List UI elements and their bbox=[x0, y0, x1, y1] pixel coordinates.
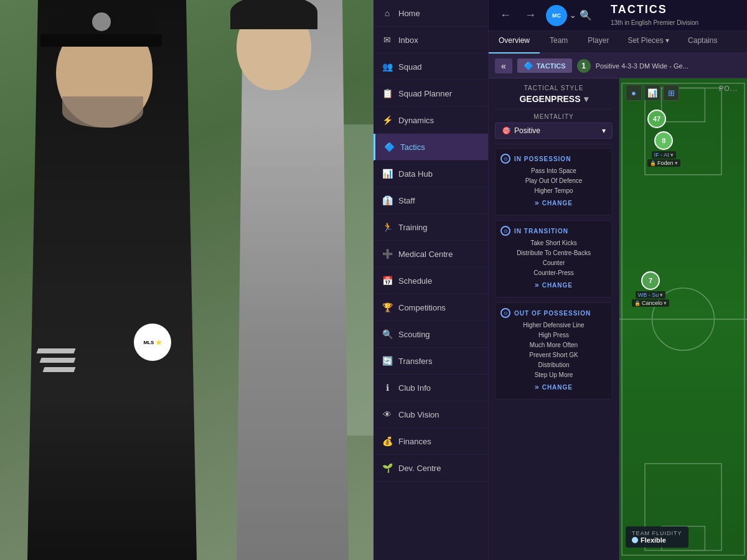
in-possession-title: IN POSSESSION bbox=[514, 156, 571, 162]
in-transition-item-3: Counter bbox=[500, 258, 607, 268]
player-token-8[interactable]: 8 IF - At ▾ 🔒 Foden ▾ bbox=[647, 131, 680, 167]
sidebar-item-schedule[interactable]: 📅 Schedule bbox=[374, 268, 488, 294]
tab-player[interactable]: Player bbox=[578, 31, 619, 54]
in-possession-item-3: Higher Tempo bbox=[500, 186, 607, 196]
oop-item-5: Distribution bbox=[500, 360, 607, 370]
player-role-7: WB - Su ▾ bbox=[636, 291, 666, 299]
divider1 bbox=[495, 109, 613, 110]
sidebar-item-club-vision[interactable]: 👁 Club Vision bbox=[374, 401, 488, 428]
tab-captains[interactable]: Captains bbox=[678, 31, 727, 54]
transfers-icon: 🔄 bbox=[381, 355, 393, 367]
fluidity-value: Flexible bbox=[632, 536, 682, 544]
in-transition-item-4: Counter-Press bbox=[500, 268, 607, 278]
fluidity-title: TEAM FLUIDITY bbox=[632, 530, 682, 536]
sidebar-item-home[interactable]: ⌂ Home bbox=[374, 0, 488, 27]
player-token-47[interactable]: 47 bbox=[647, 110, 666, 128]
tab-set-pieces[interactable]: Set Pieces ▾ bbox=[619, 31, 678, 52]
player-token-7[interactable]: 7 WB - Su ▾ 🔒 Cancelo ▾ bbox=[632, 271, 669, 307]
in-transition-block: ⊙ IN TRANSITION Take Short Kicks Distrib… bbox=[495, 220, 613, 297]
in-transition-icon: ⊙ bbox=[500, 226, 510, 236]
finances-icon: 💰 bbox=[381, 435, 393, 447]
view-btn-3[interactable]: ⊞ bbox=[663, 85, 679, 101]
sidebar: ⌂ Home ✉ Inbox 👥 Squad 📋 Squad Planner ⚡… bbox=[374, 0, 489, 560]
game-panel: ⌂ Home ✉ Inbox 👥 Squad 📋 Squad Planner ⚡… bbox=[374, 0, 747, 560]
dev-icon: 🌱 bbox=[381, 462, 393, 474]
field-panel: PO... ● 📊 ⊞ 8 IF - At ▾ bbox=[619, 78, 747, 560]
sidebar-item-inbox[interactable]: ✉ Inbox bbox=[374, 27, 488, 54]
club-badge[interactable]: MC bbox=[546, 5, 567, 26]
sidebar-item-data-hub[interactable]: 📊 Data Hub bbox=[374, 161, 488, 187]
out-of-possession-icon: ⊙ bbox=[500, 308, 510, 318]
tactical-style-header: TACTICAL STYLE bbox=[495, 85, 613, 91]
training-icon: 🏃 bbox=[381, 221, 393, 233]
competitions-icon: 🏆 bbox=[381, 301, 393, 314]
in-possession-item-1: Pass Into Space bbox=[500, 166, 607, 176]
sidebar-item-squad-planner[interactable]: 📋 Squad Planner bbox=[374, 80, 488, 107]
team-fluidity: TEAM FLUIDITY Flexible bbox=[626, 526, 688, 548]
back-button[interactable]: ← bbox=[496, 7, 515, 23]
dynamics-icon: ⚡ bbox=[381, 114, 393, 126]
photo-panel: MLS ⭐ bbox=[0, 0, 374, 560]
player-name-8: 🔒 Foden ▾ bbox=[647, 159, 680, 167]
field-background: PO... ● 📊 ⊞ 8 IF - At ▾ bbox=[619, 78, 747, 560]
search-icon[interactable]: 🔍 bbox=[580, 9, 592, 21]
squad-planner-icon: 📋 bbox=[381, 87, 393, 100]
tactics-nav-back[interactable]: « bbox=[495, 58, 512, 73]
sidebar-item-squad[interactable]: 👥 Squad bbox=[374, 54, 488, 80]
mls-logo: MLS ⭐ bbox=[134, 324, 171, 361]
oop-item-6: Step Up More bbox=[500, 370, 607, 380]
in-transition-title: IN TRANSITION bbox=[514, 228, 568, 235]
player-circle-47: 47 bbox=[647, 110, 666, 128]
divider2 bbox=[495, 144, 613, 144]
tactical-style-value[interactable]: GEGENPRESS ▾ bbox=[495, 94, 613, 104]
sidebar-item-club-info[interactable]: ℹ Club Info bbox=[374, 375, 488, 401]
topbar: ← → MC 🔍 TACTICS 13th in English Premier… bbox=[489, 0, 747, 31]
oop-item-4: Prevent Short GK bbox=[500, 350, 607, 360]
tab-team[interactable]: Team bbox=[540, 31, 578, 54]
mentality-header: MENTALITY bbox=[495, 113, 613, 120]
forward-button[interactable]: → bbox=[521, 7, 540, 23]
out-of-possession-title: OUT OF POSSESSION bbox=[514, 310, 591, 317]
sidebar-item-dynamics[interactable]: ⚡ Dynamics bbox=[374, 107, 488, 134]
oop-item-3: Much More Often bbox=[500, 340, 607, 350]
player-circle-7: 7 bbox=[641, 271, 660, 290]
schedule-icon: 📅 bbox=[381, 274, 393, 287]
out-of-possession-block: ⊙ OUT OF POSSESSION Higher Defensive Lin… bbox=[495, 302, 613, 399]
player-role-8: IF - At ▾ bbox=[652, 151, 676, 159]
tactics-left-panel: TACTICAL STYLE GEGENPRESS ▾ MENTALITY 🎯 … bbox=[489, 78, 619, 560]
sidebar-item-transfers[interactable]: 🔄 Transfers bbox=[374, 348, 488, 375]
in-possession-change[interactable]: » CHANGE bbox=[500, 196, 607, 210]
sidebar-item-staff[interactable]: 👔 Staff bbox=[374, 187, 488, 214]
oop-item-2: High Press bbox=[500, 330, 607, 340]
sidebar-item-scouting[interactable]: 🔍 Scouting bbox=[374, 321, 488, 348]
mentality-select[interactable]: 🎯 Positive ▾ bbox=[495, 123, 613, 139]
field-lines bbox=[619, 78, 747, 560]
view-btn-2[interactable]: 📊 bbox=[644, 85, 660, 101]
sidebar-item-tactics[interactable]: 🔷 Tactics bbox=[374, 134, 488, 161]
staff-icon: 👔 bbox=[381, 194, 393, 207]
sidebar-item-finances[interactable]: 💰 Finances bbox=[374, 428, 488, 455]
main-content: ← → MC 🔍 TACTICS 13th in English Premier… bbox=[489, 0, 747, 560]
fluidity-dot bbox=[632, 537, 638, 543]
view-buttons: ● 📊 ⊞ bbox=[626, 85, 679, 101]
tab-overview[interactable]: Overview bbox=[489, 31, 540, 54]
in-possession-item-2: Play Out Of Defence bbox=[500, 176, 607, 186]
oop-change[interactable]: » CHANGE bbox=[500, 380, 607, 394]
club-info-icon: ℹ bbox=[381, 381, 393, 394]
oop-item-1: Higher Defensive Line bbox=[500, 320, 607, 330]
tactics-bar: « 🔷 TACTICS 1 Positive 4-3-3 DM Wide - G… bbox=[489, 54, 747, 78]
in-transition-change[interactable]: » CHANGE bbox=[500, 278, 607, 292]
in-transition-item-1: Take Short Kicks bbox=[500, 238, 607, 248]
sidebar-item-medical[interactable]: ➕ Medical Centre bbox=[374, 241, 488, 268]
tabs: Overview Team Player Set Pieces ▾ Captai… bbox=[489, 31, 747, 54]
home-icon: ⌂ bbox=[381, 7, 393, 19]
sidebar-item-training[interactable]: 🏃 Training bbox=[374, 214, 488, 241]
medical-icon: ➕ bbox=[381, 248, 393, 260]
scouting-icon: 🔍 bbox=[381, 328, 393, 340]
sidebar-item-dev-centre[interactable]: 🌱 Dev. Centre bbox=[374, 455, 488, 482]
sidebar-item-competitions[interactable]: 🏆 Competitions bbox=[374, 294, 488, 321]
view-btn-1[interactable]: ● bbox=[626, 85, 642, 101]
player-name-cancelo: 🔒 Cancelo ▾ bbox=[632, 299, 669, 307]
club-vision-icon: 👁 bbox=[381, 408, 393, 421]
tactics-label: 🔷 TACTICS bbox=[517, 58, 572, 73]
